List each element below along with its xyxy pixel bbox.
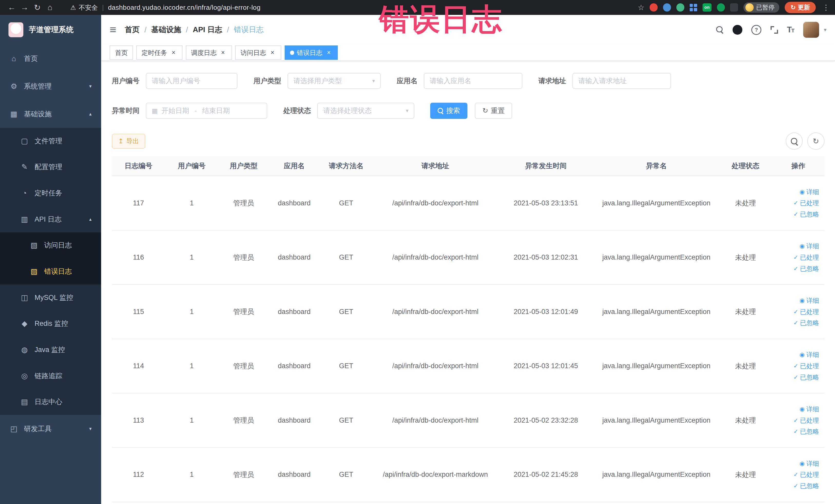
sidebar-item-access-log[interactable]: ▧ 访问日志 — [0, 233, 101, 259]
cell-user-id: 1 — [165, 339, 218, 394]
extension-icon-green[interactable] — [717, 3, 725, 11]
paused-badge[interactable]: 已暂停 — [744, 2, 779, 13]
toggle-search-button[interactable] — [786, 133, 803, 149]
ignored-link[interactable]: ✓已忽略 — [793, 427, 819, 436]
processed-link[interactable]: ✓已处理 — [793, 416, 819, 425]
date-end-placeholder: 结束日期 — [202, 106, 230, 115]
select-placeholder: 请选择处理状态 — [323, 106, 403, 115]
tab-scheduled-tasks[interactable]: 定时任务 × — [136, 45, 183, 60]
sidebar-item-mysql-monitor[interactable]: ◫ MySQL 监控 — [0, 284, 101, 311]
date-range-picker[interactable]: ▦ 开始日期 - 结束日期 — [146, 103, 267, 119]
extension-icon-vue[interactable] — [676, 3, 684, 11]
search-icon[interactable] — [716, 26, 724, 34]
sidebar-item-api-log[interactable]: ▥ API 日志 ▴ — [0, 206, 101, 233]
detail-label: 详细 — [806, 404, 819, 414]
processed-link[interactable]: ✓已处理 — [793, 470, 819, 479]
back-icon[interactable]: ← — [5, 3, 18, 12]
browser-home-icon[interactable]: ⌂ — [44, 3, 57, 12]
api-log-icon: ▥ — [20, 215, 29, 224]
help-icon[interactable]: ? — [751, 25, 761, 35]
security-chip[interactable]: ⚠ 不安全 — [70, 3, 98, 12]
request-url-input[interactable] — [572, 73, 671, 89]
export-button[interactable]: ↥ 导出 — [112, 134, 145, 149]
processed-link[interactable]: ✓已处理 — [793, 307, 819, 317]
processed-link[interactable]: ✓已处理 — [793, 361, 819, 371]
tab-schedule-log[interactable]: 调度日志 × — [186, 45, 232, 60]
detail-link[interactable]: ◉详细 — [799, 241, 819, 251]
sidebar-item-scheduled-tasks[interactable]: ◔ 定时任务 — [0, 180, 101, 206]
ignored-link[interactable]: ✓已忽略 — [793, 209, 819, 219]
table-row: 112 1 管理员 dashboard GET /api/infra/db-do… — [112, 447, 824, 502]
search-button-label: 搜索 — [446, 106, 460, 115]
close-icon[interactable]: × — [219, 49, 227, 57]
security-label: 不安全 — [79, 3, 98, 12]
table-header-row: 日志编号 用户编号 用户类型 应用名 请求方法名 请求地址 异常发生时间 异常名… — [112, 156, 824, 176]
address-bar[interactable]: dashboard.yudao.iocoder.cn/infra/log/api… — [108, 4, 261, 11]
font-size-icon[interactable]: TT — [787, 25, 794, 35]
refresh-table-button[interactable]: ↻ — [807, 133, 824, 149]
detail-link[interactable]: ◉详细 — [799, 296, 819, 305]
bookmark-star-icon[interactable]: ☆ — [638, 3, 644, 12]
reset-button[interactable]: ↻ 重置 — [475, 103, 512, 119]
update-button[interactable]: ↻ 更新 — [785, 2, 816, 13]
sidebar-item-infrastructure[interactable]: ▦ 基础设施 ▴ — [0, 100, 101, 128]
extension-icon-grid[interactable] — [690, 4, 697, 11]
fullscreen-icon[interactable] — [771, 26, 778, 34]
github-icon[interactable] — [733, 25, 742, 35]
sidebar-item-java-monitor[interactable]: ◍ Java 监控 — [0, 337, 101, 363]
hamburger-icon[interactable]: ≡ — [109, 24, 116, 36]
detail-link[interactable]: ◉详细 — [799, 350, 819, 360]
tab-home[interactable]: 首页 — [109, 45, 133, 60]
sidebar-item-home[interactable]: ⌂ 首页 — [0, 45, 101, 73]
top-navbar: ≡ 首页 / 基础设施 / API 日志 / 错误日志 ? TT — [101, 15, 835, 45]
app-name-input[interactable] — [424, 73, 522, 89]
process-status-select[interactable]: 请选择处理状态 ▾ — [317, 103, 414, 119]
close-icon[interactable]: × — [325, 49, 332, 57]
ignored-link[interactable]: ✓已忽略 — [793, 264, 819, 274]
detail-link[interactable]: ◉详细 — [799, 459, 819, 468]
sidebar-item-system-management[interactable]: ⚙ 系统管理 ▾ — [0, 73, 101, 100]
breadcrumb-api-log[interactable]: API 日志 — [193, 25, 222, 35]
extension-icon-dark[interactable] — [730, 3, 738, 11]
detail-link[interactable]: ◉详细 — [799, 187, 819, 197]
sidebar-item-log-center[interactable]: ▤ 日志中心 — [0, 389, 101, 415]
breadcrumb-home[interactable]: 首页 — [125, 25, 140, 35]
sidebar-item-dev-tools[interactable]: ◰ 研发工具 ▾ — [0, 415, 101, 443]
breadcrumb-infrastructure[interactable]: 基础设施 — [151, 25, 181, 35]
processed-link[interactable]: ✓已处理 — [793, 253, 819, 262]
sidebar-item-error-log[interactable]: ▨ 错误日志 — [0, 258, 101, 284]
caret-down-icon[interactable]: ▾ — [824, 27, 827, 33]
detail-link[interactable]: ◉详细 — [799, 404, 819, 414]
col-exception: 异常名 — [594, 156, 719, 176]
search-button[interactable]: 搜索 — [430, 103, 467, 119]
user-avatar[interactable] — [803, 22, 819, 38]
reload-icon[interactable]: ↻ — [31, 3, 44, 12]
col-status: 处理状态 — [719, 156, 772, 176]
processed-label: 已处理 — [800, 198, 819, 208]
ignored-link[interactable]: ✓已忽略 — [793, 318, 819, 328]
user-id-input[interactable] — [146, 73, 238, 89]
close-icon[interactable]: × — [170, 49, 177, 57]
kebab-menu-icon[interactable]: ⋮ — [822, 3, 830, 12]
filter-row-2: 异常时间 ▦ 开始日期 - 结束日期 处理状态 请选择处理状态 ▾ — [112, 103, 824, 119]
forward-icon[interactable]: → — [18, 3, 31, 12]
ignored-link[interactable]: ✓已忽略 — [793, 372, 819, 382]
sidebar-item-config-management[interactable]: ✎ 配置管理 — [0, 154, 101, 180]
ignored-link[interactable]: ✓已忽略 — [793, 481, 819, 491]
sidebar-logo[interactable]: 芋道管理系统 — [0, 15, 101, 45]
processed-link[interactable]: ✓已处理 — [793, 198, 819, 208]
sidebar-item-file-management[interactable]: ▢ 文件管理 — [0, 128, 101, 154]
app-title: 芋道管理系统 — [29, 25, 74, 35]
extension-icon-red[interactable] — [650, 3, 658, 11]
sidebar-item-redis-monitor[interactable]: ◆ Redis 监控 — [0, 310, 101, 337]
tab-error-log[interactable]: 错误日志 × — [285, 45, 338, 60]
sidebar-item-link-tracing[interactable]: ◎ 链路追踪 — [0, 363, 101, 389]
close-icon[interactable]: × — [269, 49, 276, 57]
paused-label: 已暂停 — [756, 3, 775, 12]
extension-icon-on-badge[interactable]: on — [702, 3, 712, 11]
cell-url: /api/infra/db-doc/export-markdown — [373, 447, 498, 502]
user-type-select[interactable]: 请选择用户类型 ▾ — [287, 73, 381, 89]
tab-access-log[interactable]: 访问日志 × — [235, 45, 281, 60]
app-name-label: 应用名 — [397, 76, 424, 85]
extension-icon-blue[interactable] — [663, 3, 671, 11]
